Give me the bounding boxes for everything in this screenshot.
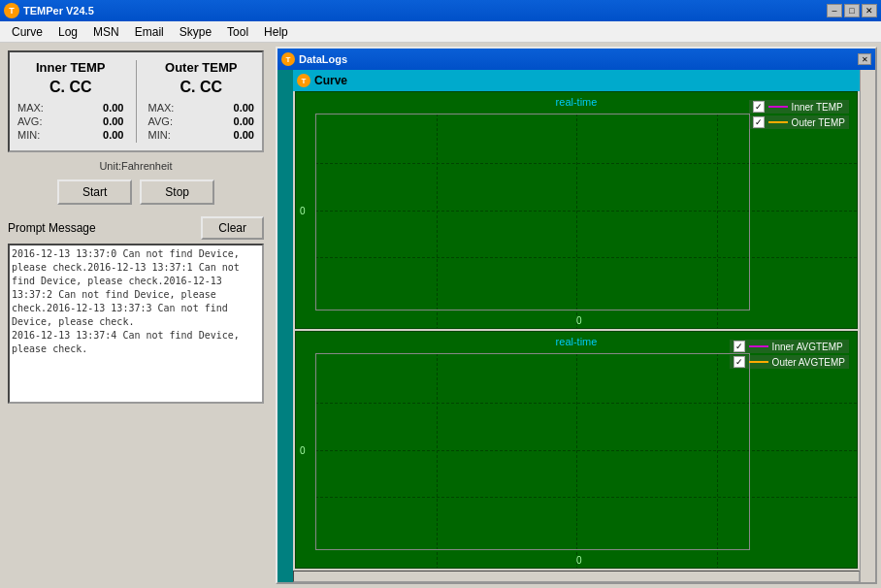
vertical-scrollbar[interactable] xyxy=(860,70,875,582)
legend-item-inner-temp: ✓ Inner TEMP xyxy=(749,100,849,114)
inner-max-label: MAX: xyxy=(17,102,47,114)
datalogs-icon: T xyxy=(281,52,295,66)
chart1-border xyxy=(315,114,750,310)
left-panel: Inner TEMP C. CC MAX: 0.00 AVG: 0.00 MIN… xyxy=(0,43,272,588)
outer-max-label: MAX: xyxy=(148,102,178,114)
outer-temp-stats: MAX: 0.00 AVG: 0.00 MIN: 0.00 xyxy=(148,102,255,141)
outer-min-label: MIN: xyxy=(148,129,178,141)
curve-tab-area: T Curve real-time xyxy=(293,70,860,582)
chart2: real-time 0 0 xyxy=(295,331,858,569)
datalogs-window: T DataLogs ✕ T Curve xyxy=(276,47,877,584)
horizontal-scrollbar[interactable] xyxy=(293,571,860,582)
inner-min-value: 0.00 xyxy=(103,129,123,141)
legend-label-outer-avgtemp: Outer AVGTEMP xyxy=(772,357,845,368)
title-bar: T TEMPer V24.5 – □ ✕ xyxy=(0,0,881,21)
outer-temp-title: Outer TEMP xyxy=(148,60,255,75)
legend-checkbox-outer-temp[interactable]: ✓ xyxy=(753,116,765,128)
start-button[interactable]: Start xyxy=(57,180,132,205)
chart1-title: real-time xyxy=(556,96,598,108)
title-bar-left: T TEMPer V24.5 xyxy=(4,3,94,18)
chart1: real-time 0 0 xyxy=(295,91,858,329)
legend-checkbox-inner-temp[interactable]: ✓ xyxy=(753,101,765,113)
outer-temp-value: C. CC xyxy=(148,79,255,96)
minimize-button[interactable]: – xyxy=(827,4,842,17)
datalogs-content: T Curve real-time xyxy=(277,70,875,582)
legend-item-outer-avgtemp: ✓ Outer AVGTEMP xyxy=(730,355,849,369)
legend-line-outer-temp xyxy=(768,121,788,123)
right-panel: T DataLogs ✕ T Curve xyxy=(272,43,881,588)
inner-temp-value: C. CC xyxy=(17,79,124,96)
datalogs-close-button[interactable]: ✕ xyxy=(858,53,871,65)
datalogs-left-strip xyxy=(277,70,293,582)
legend-label-outer-temp: Outer TEMP xyxy=(792,117,845,128)
chart1-legend: ✓ Inner TEMP ✓ Outer TEMP xyxy=(749,100,849,129)
chart2-x-axis-label: 0 xyxy=(576,555,582,566)
legend-label-inner-avgtemp: Inner AVGTEMP xyxy=(772,342,843,352)
legend-checkbox-inner-avgtemp[interactable]: ✓ xyxy=(734,341,745,352)
datalogs-title-left: T DataLogs xyxy=(281,52,347,66)
inner-min-label: MIN: xyxy=(17,129,47,141)
inner-temp-stats: MAX: 0.00 AVG: 0.00 MIN: 0.00 xyxy=(17,102,124,141)
clear-button[interactable]: Clear xyxy=(201,216,264,240)
curve-tab-icon: T xyxy=(297,74,310,87)
menu-curve[interactable]: Curve xyxy=(4,23,50,41)
legend-checkbox-outer-avgtemp[interactable]: ✓ xyxy=(734,356,745,368)
app-title: TEMPer V24.5 xyxy=(23,5,94,16)
menu-email[interactable]: Email xyxy=(127,23,172,41)
legend-item-inner-avgtemp: ✓ Inner AVGTEMP xyxy=(730,340,849,353)
menu-msn[interactable]: MSN xyxy=(85,23,127,41)
curve-tab-label: Curve xyxy=(314,74,347,87)
chart2-legend: ✓ Inner AVGTEMP ✓ Outer AVGTEMP xyxy=(730,340,849,369)
inner-avg-value: 0.00 xyxy=(103,115,123,127)
temp-display: Inner TEMP C. CC MAX: 0.00 AVG: 0.00 MIN… xyxy=(8,50,264,152)
outer-temp-box: Outer TEMP C. CC MAX: 0.00 AVG: 0.00 MIN… xyxy=(148,60,255,143)
app-icon: T xyxy=(4,3,19,18)
datalogs-title: DataLogs xyxy=(299,53,347,65)
menu-log[interactable]: Log xyxy=(50,23,85,41)
legend-line-outer-avgtemp xyxy=(749,361,768,363)
legend-line-inner-avgtemp xyxy=(749,345,768,347)
stop-button[interactable]: Stop xyxy=(140,180,214,205)
unit-label: Unit:Fahrenheit xyxy=(8,160,264,172)
curve-tab-bar: T Curve xyxy=(293,70,860,91)
inner-temp-box: Inner TEMP C. CC MAX: 0.00 AVG: 0.00 MIN… xyxy=(17,60,124,143)
menu-help[interactable]: Help xyxy=(256,23,296,41)
inner-avg-label: AVG: xyxy=(17,115,47,127)
log-area[interactable] xyxy=(8,244,264,404)
main-layout: Inner TEMP C. CC MAX: 0.00 AVG: 0.00 MIN… xyxy=(0,43,881,588)
chart1-y-axis-label: 0 xyxy=(300,206,306,216)
legend-line-inner-temp xyxy=(768,106,788,108)
maximize-button[interactable]: □ xyxy=(844,4,860,17)
outer-min-value: 0.00 xyxy=(234,129,254,141)
inner-temp-title: Inner TEMP xyxy=(17,60,124,75)
temp-divider xyxy=(136,60,137,143)
title-bar-controls: – □ ✕ xyxy=(827,4,877,17)
prompt-row: Prompt Message Clear xyxy=(8,216,264,240)
outer-avg-value: 0.00 xyxy=(234,115,254,127)
legend-item-outer-temp: ✓ Outer TEMP xyxy=(749,115,849,129)
outer-max-value: 0.00 xyxy=(234,102,254,114)
menu-tool[interactable]: Tool xyxy=(219,23,256,41)
charts-area: real-time 0 0 xyxy=(293,91,860,571)
outer-avg-label: AVG: xyxy=(148,115,178,127)
chart2-border xyxy=(315,353,750,550)
legend-label-inner-temp: Inner TEMP xyxy=(792,102,843,113)
chart2-y-axis-label: 0 xyxy=(300,445,306,456)
control-buttons: Start Stop xyxy=(8,180,264,205)
close-button[interactable]: ✕ xyxy=(862,4,877,17)
menu-skype[interactable]: Skype xyxy=(172,23,219,41)
datalogs-titlebar: T DataLogs ✕ xyxy=(277,49,875,70)
menu-bar: Curve Log MSN Email Skype Tool Help xyxy=(0,21,881,43)
chart1-x-axis-label: 0 xyxy=(576,315,582,326)
inner-max-value: 0.00 xyxy=(103,102,123,114)
prompt-label: Prompt Message xyxy=(8,221,96,235)
chart2-title: real-time xyxy=(556,336,598,347)
